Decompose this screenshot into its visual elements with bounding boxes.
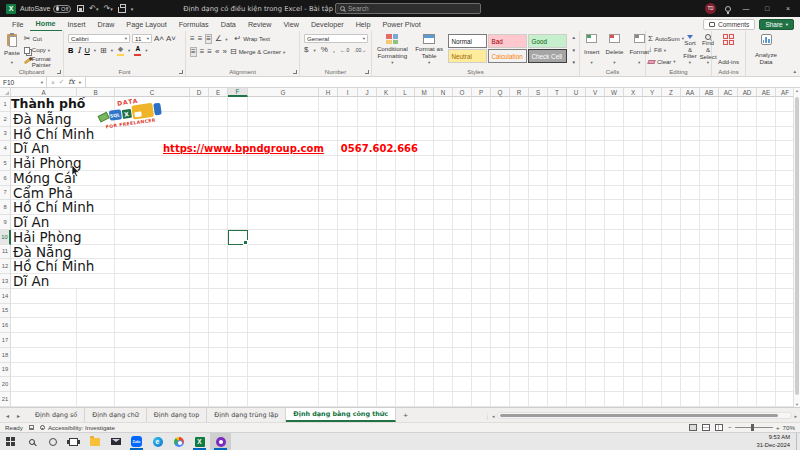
cell-V10[interactable] (586, 230, 605, 245)
cell-N12[interactable] (434, 259, 453, 274)
cell-O21[interactable] (453, 392, 472, 407)
cell-R2[interactable] (510, 112, 529, 127)
cell-Z15[interactable] (662, 304, 681, 319)
cell-J10[interactable] (358, 230, 377, 245)
cell-X1[interactable] (624, 97, 643, 112)
sheet-tab-dinh-dang-bang-cong-thuc[interactable]: Định dạng bằng công thức (286, 408, 396, 422)
column-header-L[interactable]: L (396, 88, 415, 97)
align-left-icon[interactable]: ≡ (190, 47, 197, 57)
cell-N19[interactable] (434, 363, 453, 378)
cell-I12[interactable] (338, 259, 358, 274)
sheet-tab-dinh-dang-top[interactable]: Định dạng top (147, 408, 207, 422)
accessibility-status[interactable]: Accessibility: Investigate (40, 424, 115, 431)
page-break-view-button[interactable] (715, 424, 723, 431)
cell-W2[interactable] (605, 112, 624, 127)
cell-AD10[interactable] (738, 230, 757, 245)
cell-L19[interactable] (396, 363, 415, 378)
cell-A15[interactable] (11, 304, 77, 319)
cell-P1[interactable] (472, 97, 491, 112)
cell-Q8[interactable] (491, 200, 510, 215)
cell-E1[interactable] (209, 97, 228, 112)
cell-Y14[interactable] (643, 289, 662, 304)
cell-C10[interactable] (115, 230, 190, 245)
cell-F19[interactable] (228, 363, 248, 378)
cell-U13[interactable] (567, 274, 586, 289)
cell-AD13[interactable] (738, 274, 757, 289)
cell-D7[interactable] (190, 186, 209, 201)
cell-T3[interactable] (548, 127, 567, 142)
cell-R7[interactable] (510, 186, 529, 201)
cell-R15[interactable] (510, 304, 529, 319)
cell-V2[interactable] (586, 112, 605, 127)
cell-AE4[interactable] (757, 141, 776, 156)
cell-W15[interactable] (605, 304, 624, 319)
cell-R1[interactable] (510, 97, 529, 112)
cell-Z8[interactable] (662, 200, 681, 215)
row-header-16[interactable]: 16 (0, 318, 11, 333)
cell-Y11[interactable] (643, 245, 662, 260)
cell-K3[interactable] (377, 127, 396, 142)
cell-G2[interactable] (248, 112, 319, 127)
cell-AE20[interactable] (757, 377, 776, 392)
cell-I15[interactable] (338, 304, 358, 319)
cell-AE5[interactable] (757, 156, 776, 171)
cell-U10[interactable] (567, 230, 586, 245)
conditional-formatting-button[interactable]: Conditional Formatting▾ (374, 33, 411, 67)
cell-X18[interactable] (624, 348, 643, 363)
formula-bar-expand-icon[interactable]: ▾ (79, 80, 81, 85)
cell-P6[interactable] (472, 171, 491, 186)
cell-J12[interactable] (358, 259, 377, 274)
column-header-AC[interactable]: AC (719, 88, 738, 97)
column-header-AA[interactable]: AA (681, 88, 700, 97)
cell-A11[interactable]: Đà Nẵng (11, 245, 77, 260)
cell-K13[interactable] (377, 274, 396, 289)
cell-P2[interactable] (472, 112, 491, 127)
format-painter-button[interactable]: Format Painter (24, 57, 61, 66)
cell-V18[interactable] (586, 348, 605, 363)
cell-AA14[interactable] (681, 289, 700, 304)
tab-review[interactable]: Review (242, 18, 278, 31)
cell-AB10[interactable] (700, 230, 719, 245)
cell-D9[interactable] (190, 215, 209, 230)
cell-A12[interactable]: Hồ Chí Minh (11, 259, 77, 274)
sheet-tab-dinh-dang-so[interactable]: Định dạng số (28, 408, 85, 422)
cell-H19[interactable] (319, 363, 338, 378)
tab-help[interactable]: Help (350, 18, 377, 31)
cell-P3[interactable] (472, 127, 491, 142)
cell-Y4[interactable] (643, 141, 662, 156)
cell-T5[interactable] (548, 156, 567, 171)
cell-T11[interactable] (548, 245, 567, 260)
cell-M9[interactable] (415, 215, 434, 230)
sheet-prev-icon[interactable]: ◂ (6, 412, 9, 419)
cell-V1[interactable] (586, 97, 605, 112)
cell-D5[interactable] (190, 156, 209, 171)
cell-Y21[interactable] (643, 392, 662, 407)
cell-R6[interactable] (510, 171, 529, 186)
cell-Y16[interactable] (643, 318, 662, 333)
cell-I14[interactable] (338, 289, 358, 304)
cell-N18[interactable] (434, 348, 453, 363)
cell-X4[interactable] (624, 141, 643, 156)
accounting-format-icon[interactable]: $ (304, 46, 308, 54)
cell-T13[interactable] (548, 274, 567, 289)
cell-D21[interactable] (190, 392, 209, 407)
cell-AA7[interactable] (681, 186, 700, 201)
cell-K16[interactable] (377, 318, 396, 333)
cell-AC14[interactable] (719, 289, 738, 304)
cell-D16[interactable] (190, 318, 209, 333)
cell-X7[interactable] (624, 186, 643, 201)
cell-AA1[interactable] (681, 97, 700, 112)
cell-F21[interactable] (228, 392, 248, 407)
cell-X20[interactable] (624, 377, 643, 392)
column-header-V[interactable]: V (586, 88, 605, 97)
cell-J20[interactable] (358, 377, 377, 392)
cell-C15[interactable] (115, 304, 190, 319)
cell-R11[interactable] (510, 245, 529, 260)
orientation-icon[interactable]: ∠ (215, 35, 222, 43)
cell-L9[interactable] (396, 215, 415, 230)
cell-J3[interactable] (358, 127, 377, 142)
cell-D12[interactable] (190, 259, 209, 274)
cell-N9[interactable] (434, 215, 453, 230)
cell-A3[interactable]: Hồ Chí Minh (11, 127, 77, 142)
cell-X14[interactable] (624, 289, 643, 304)
